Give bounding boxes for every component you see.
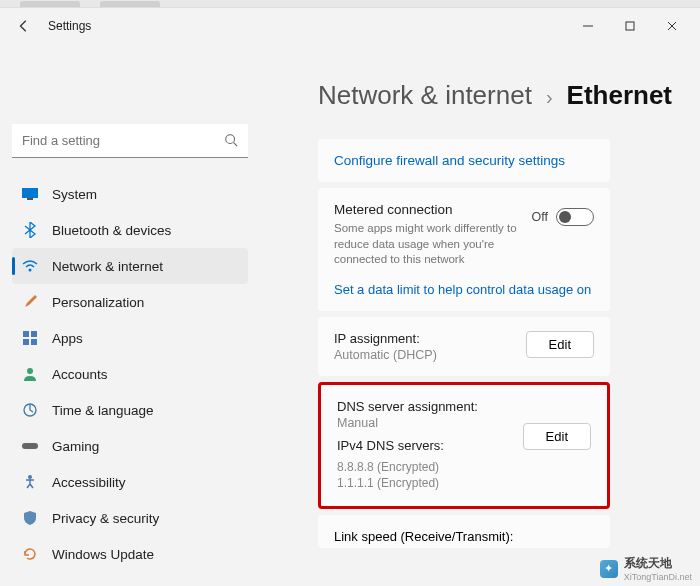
- sidebar-item-label: Windows Update: [52, 547, 154, 562]
- page-title: Ethernet: [567, 80, 672, 111]
- svg-rect-1: [626, 22, 634, 30]
- minimize-button[interactable]: [568, 12, 608, 40]
- maximize-button[interactable]: [610, 12, 650, 40]
- sidebar-item-label: Accounts: [52, 367, 108, 382]
- bluetooth-icon: [22, 222, 38, 238]
- maximize-icon: [625, 21, 635, 31]
- sidebar-item-label: Network & internet: [52, 259, 163, 274]
- minimize-icon: [583, 21, 593, 31]
- apps-icon: [22, 330, 38, 346]
- tab-hint: [20, 1, 80, 7]
- sidebar-item-network[interactable]: Network & internet: [12, 248, 248, 284]
- paintbrush-icon: [22, 294, 38, 310]
- svg-rect-4: [22, 188, 38, 198]
- link-speed-label: Link speed (Receive/Transmit):: [334, 529, 594, 544]
- ip-assignment-card: IP assignment: Automatic (DHCP) Edit: [318, 317, 610, 376]
- sidebar-item-label: System: [52, 187, 97, 202]
- metered-connection-card: Metered connection Some apps might work …: [318, 188, 610, 311]
- sidebar-item-system[interactable]: System: [12, 176, 248, 212]
- sidebar-item-label: Time & language: [52, 403, 154, 418]
- browser-tabstrip: [0, 0, 700, 8]
- sidebar: System Bluetooth & devices Network & int…: [0, 44, 260, 564]
- close-button[interactable]: [652, 12, 692, 40]
- search-icon: [224, 133, 238, 151]
- back-button[interactable]: [8, 10, 40, 42]
- dns-server-value: 8.8.8.8 (Encrypted): [337, 459, 513, 476]
- svg-point-6: [29, 269, 32, 272]
- ip-assignment-label: IP assignment:: [334, 331, 437, 346]
- svg-rect-10: [31, 339, 37, 345]
- search-input[interactable]: [12, 124, 248, 158]
- metered-title: Metered connection: [334, 202, 522, 217]
- svg-rect-5: [27, 198, 33, 200]
- sidebar-item-time-language[interactable]: Time & language: [12, 392, 248, 428]
- metered-toggle[interactable]: [556, 208, 594, 226]
- tab-hint: [100, 1, 160, 7]
- person-icon: [22, 366, 38, 382]
- svg-point-2: [226, 135, 235, 144]
- watermark: ✦ 系统天地 XiTongTianDi.net: [600, 555, 692, 582]
- watermark-logo-icon: ✦: [600, 560, 618, 578]
- watermark-brand: 系统天地: [624, 555, 692, 572]
- dns-assignment-value: Manual: [337, 416, 513, 430]
- dns-edit-button[interactable]: Edit: [523, 423, 591, 450]
- sidebar-item-label: Privacy & security: [52, 511, 159, 526]
- gamepad-icon: [22, 438, 38, 454]
- watermark-url: XiTongTianDi.net: [624, 572, 692, 582]
- svg-rect-7: [23, 331, 29, 337]
- svg-rect-13: [22, 443, 38, 449]
- shield-icon: [22, 510, 38, 526]
- ip-assignment-value: Automatic (DHCP): [334, 348, 437, 362]
- sidebar-item-accessibility[interactable]: Accessibility: [12, 464, 248, 500]
- app-title: Settings: [48, 19, 91, 33]
- sidebar-item-privacy[interactable]: Privacy & security: [12, 500, 248, 536]
- dns-assignment-card: DNS server assignment: Manual IPv4 DNS s…: [318, 382, 610, 510]
- sidebar-item-gaming[interactable]: Gaming: [12, 428, 248, 464]
- sidebar-item-accounts[interactable]: Accounts: [12, 356, 248, 392]
- sidebar-item-label: Accessibility: [52, 475, 126, 490]
- sidebar-item-personalization[interactable]: Personalization: [12, 284, 248, 320]
- data-limit-link[interactable]: Set a data limit to help control data us…: [334, 282, 594, 297]
- svg-rect-9: [23, 339, 29, 345]
- ipv4-dns-label: IPv4 DNS servers:: [337, 438, 513, 453]
- toggle-state-label: Off: [532, 210, 548, 224]
- update-icon: [22, 546, 38, 562]
- sidebar-item-windows-update[interactable]: Windows Update: [12, 536, 248, 572]
- accessibility-icon: [22, 474, 38, 490]
- display-icon: [22, 186, 38, 202]
- sidebar-item-apps[interactable]: Apps: [12, 320, 248, 356]
- svg-point-14: [28, 475, 32, 479]
- link-speed-card: Link speed (Receive/Transmit):: [318, 515, 610, 548]
- titlebar: Settings: [0, 8, 700, 44]
- sidebar-item-label: Personalization: [52, 295, 144, 310]
- globe-clock-icon: [22, 402, 38, 418]
- ip-edit-button[interactable]: Edit: [526, 331, 594, 358]
- firewall-settings-link[interactable]: Configure firewall and security settings: [318, 139, 610, 182]
- dns-server-value: 1.1.1.1 (Encrypted): [337, 475, 513, 492]
- search-box: [12, 124, 248, 158]
- breadcrumb: Network & internet › Ethernet: [318, 80, 700, 111]
- breadcrumb-parent[interactable]: Network & internet: [318, 80, 532, 111]
- metered-subtitle: Some apps might work differently to redu…: [334, 221, 522, 268]
- svg-rect-8: [31, 331, 37, 337]
- chevron-right-icon: ›: [546, 86, 553, 109]
- dns-assignment-label: DNS server assignment:: [337, 399, 513, 414]
- sidebar-item-label: Bluetooth & devices: [52, 223, 171, 238]
- main-content: Network & internet › Ethernet Configure …: [260, 44, 700, 564]
- sidebar-item-label: Gaming: [52, 439, 99, 454]
- sidebar-item-bluetooth[interactable]: Bluetooth & devices: [12, 212, 248, 248]
- svg-point-11: [27, 368, 33, 374]
- close-icon: [667, 21, 677, 31]
- svg-line-3: [234, 143, 238, 147]
- wifi-icon: [22, 258, 38, 274]
- arrow-left-icon: [17, 19, 31, 33]
- sidebar-item-label: Apps: [52, 331, 83, 346]
